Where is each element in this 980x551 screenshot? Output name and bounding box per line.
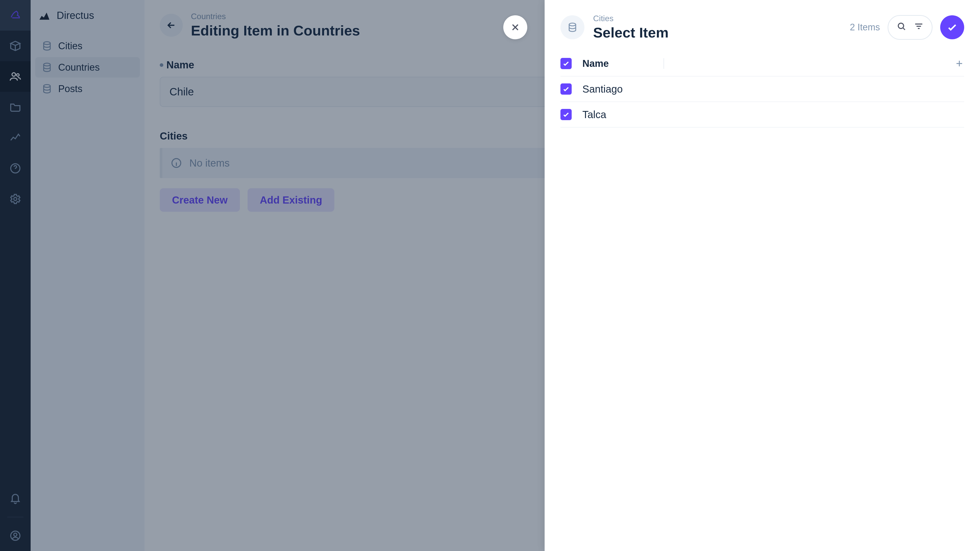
column-label: Name <box>582 58 609 69</box>
row-checkbox[interactable] <box>560 109 572 120</box>
create-new-button[interactable]: Create New <box>160 188 240 212</box>
svg-point-11 <box>898 23 904 28</box>
rail-settings[interactable] <box>0 184 30 214</box>
no-items-notice: No items <box>160 148 553 178</box>
confirm-button[interactable] <box>940 15 964 39</box>
signal-icon <box>38 9 51 22</box>
svg-point-1 <box>17 74 19 76</box>
rail-content[interactable] <box>0 30 30 61</box>
svg-point-5 <box>14 533 17 536</box>
rail-account[interactable] <box>0 520 30 551</box>
main: Countries Editing Item in Countries Name… <box>145 0 980 551</box>
brand-logo[interactable] <box>0 0 30 30</box>
row-name-cell: Santiago <box>582 83 659 95</box>
editor-breadcrumb[interactable]: Countries <box>191 12 360 21</box>
select-all-checkbox[interactable] <box>560 58 572 69</box>
rail-files[interactable] <box>0 92 30 122</box>
check-icon <box>562 111 570 118</box>
rail-separator <box>7 517 24 517</box>
check-icon <box>946 21 958 33</box>
nav-rail <box>0 0 30 551</box>
help-icon <box>9 162 21 175</box>
folder-icon <box>9 101 21 113</box>
drawer-collection-icon <box>560 15 584 39</box>
check-icon <box>562 60 570 67</box>
database-icon <box>41 62 52 73</box>
svg-point-3 <box>14 197 17 200</box>
editor-title: Editing Item in Countries <box>191 22 360 39</box>
drawer-close-button[interactable] <box>503 15 527 39</box>
search-button[interactable] <box>896 21 907 34</box>
table-row[interactable]: Santiago <box>560 76 964 102</box>
sidebar-item-label: Cities <box>58 41 83 52</box>
select-item-drawer: Cities Select Item 2 Items <box>545 0 980 551</box>
sidebar-header[interactable]: Directus <box>30 0 145 30</box>
check-icon <box>562 85 570 93</box>
back-button[interactable] <box>160 14 183 37</box>
bell-icon <box>9 492 21 505</box>
column-name-header[interactable]: Name <box>582 58 659 69</box>
item-count: 2 Items <box>850 22 880 33</box>
rabbit-logo-icon <box>9 9 21 21</box>
items-table: Name Santiago <box>545 51 980 127</box>
account-icon <box>9 530 21 542</box>
users-icon <box>9 70 21 83</box>
gear-icon <box>9 193 21 205</box>
sidebar-item-posts[interactable]: Posts <box>35 79 140 99</box>
info-icon <box>170 157 182 169</box>
collection-sidebar: Directus Cities Countries Posts <box>30 0 145 551</box>
svg-point-6 <box>44 42 50 44</box>
no-items-text: No items <box>189 157 230 169</box>
box-icon <box>9 40 21 52</box>
sidebar-item-label: Countries <box>58 62 100 73</box>
plus-icon <box>955 59 964 68</box>
table-header: Name <box>560 51 964 76</box>
search-filter-group <box>888 15 932 40</box>
drawer-breadcrumb[interactable]: Cities <box>593 14 841 23</box>
insights-icon <box>9 132 21 144</box>
sidebar-item-countries[interactable]: Countries <box>35 57 140 78</box>
rail-insights[interactable] <box>0 122 30 153</box>
filter-icon <box>913 21 924 32</box>
search-icon <box>896 21 907 32</box>
arrow-left-icon <box>166 20 177 30</box>
sidebar-item-label: Posts <box>58 83 83 94</box>
svg-point-7 <box>44 63 50 66</box>
svg-point-10 <box>569 23 576 26</box>
database-icon <box>41 40 52 52</box>
close-icon <box>510 22 520 33</box>
row-name-cell: Talca <box>582 109 659 121</box>
svg-point-0 <box>12 73 16 76</box>
database-icon <box>41 83 52 94</box>
brand-name: Directus <box>57 10 94 21</box>
rail-notifications[interactable] <box>0 483 30 514</box>
add-existing-button[interactable]: Add Existing <box>248 188 334 212</box>
svg-point-8 <box>44 85 50 87</box>
add-column-button[interactable] <box>949 59 964 68</box>
button-label: Add Existing <box>260 194 322 206</box>
rail-docs[interactable] <box>0 153 30 184</box>
table-row[interactable]: Talca <box>560 102 964 127</box>
sidebar-item-cities[interactable]: Cities <box>35 36 140 56</box>
button-label: Create New <box>172 194 228 206</box>
rail-users[interactable] <box>0 61 30 92</box>
database-icon <box>567 22 578 33</box>
row-checkbox[interactable] <box>560 83 572 95</box>
name-input[interactable] <box>160 77 553 107</box>
drawer-title: Select Item <box>593 24 841 41</box>
filter-button[interactable] <box>913 21 924 34</box>
column-resize-handle[interactable] <box>663 58 664 69</box>
